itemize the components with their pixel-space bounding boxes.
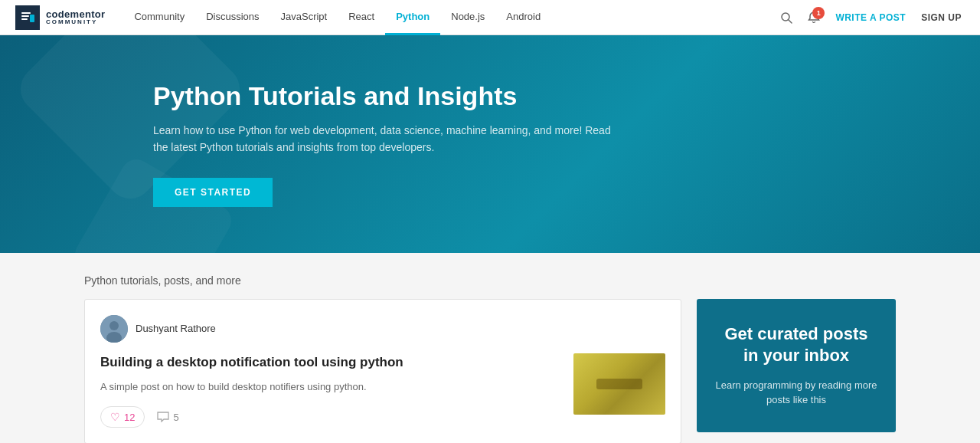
svg-line-6 bbox=[789, 20, 792, 23]
hero-description: Learn how to use Python for web developm… bbox=[153, 122, 628, 156]
notification-button[interactable]: 1 bbox=[805, 8, 823, 27]
post-author: Dushyant Rathore bbox=[100, 315, 665, 343]
svg-rect-4 bbox=[30, 15, 34, 22]
nav-item-community[interactable]: Community bbox=[123, 0, 195, 35]
hero-section: Python Tutorials and Insights Learn how … bbox=[0, 35, 980, 253]
navbar: codementor COMMUNITY Community Discussio… bbox=[0, 0, 980, 35]
sidebar-description: Learn programming by reading more posts … bbox=[715, 378, 877, 408]
heart-icon: ♡ bbox=[110, 411, 120, 423]
content-area: Python tutorials, posts, and more Dushya… bbox=[69, 253, 911, 443]
sidebar-title: Get curated posts in your inbox bbox=[715, 323, 877, 367]
svg-rect-1 bbox=[21, 12, 31, 14]
comment-icon bbox=[157, 412, 169, 422]
logo[interactable]: codementor COMMUNITY bbox=[15, 5, 105, 30]
nav-item-nodejs[interactable]: Node.js bbox=[440, 0, 495, 35]
section-label: Python tutorials, posts, and more bbox=[84, 274, 896, 287]
post-text: Building a desktop notification tool usi… bbox=[100, 353, 561, 428]
svg-point-8 bbox=[109, 321, 119, 330]
main-grid: Dushyant Rathore Building a desktop noti… bbox=[84, 299, 896, 443]
nav-item-javascript[interactable]: JavaScript bbox=[270, 0, 338, 35]
comment-number: 5 bbox=[173, 412, 178, 423]
nav-item-android[interactable]: Android bbox=[495, 0, 551, 35]
svg-rect-2 bbox=[21, 15, 29, 17]
logo-sub: COMMUNITY bbox=[46, 19, 105, 25]
avatar bbox=[100, 315, 128, 343]
search-icon bbox=[780, 11, 792, 24]
like-count: 12 bbox=[124, 412, 135, 423]
nav-links: Community Discussions JavaScript React P… bbox=[123, 0, 777, 34]
post-body: Building a desktop notification tool usi… bbox=[100, 353, 665, 428]
svg-rect-3 bbox=[21, 18, 28, 20]
write-post-button[interactable]: WRITE A POST bbox=[832, 12, 909, 23]
nav-item-react[interactable]: React bbox=[338, 0, 385, 35]
nav-item-python[interactable]: Python bbox=[385, 0, 440, 35]
search-button[interactable] bbox=[777, 8, 795, 27]
sidebar-card: Get curated posts in your inbox Learn pr… bbox=[697, 299, 896, 432]
post-excerpt: A simple post on how to build desktop no… bbox=[100, 379, 561, 395]
thumbnail-bar bbox=[596, 379, 642, 389]
like-button[interactable]: ♡ 12 bbox=[100, 406, 145, 428]
hero-title: Python Tutorials and Insights bbox=[153, 81, 980, 111]
nav-right: 1 WRITE A POST SIGN UP bbox=[777, 8, 965, 27]
notification-badge: 1 bbox=[812, 7, 825, 19]
comment-count: 5 bbox=[157, 412, 178, 423]
post-meta: ♡ 12 5 bbox=[100, 406, 561, 428]
author-name: Dushyant Rathore bbox=[136, 323, 216, 334]
logo-icon bbox=[15, 5, 40, 30]
post-thumbnail bbox=[573, 353, 665, 415]
nav-item-discussions[interactable]: Discussions bbox=[195, 0, 270, 35]
post-title[interactable]: Building a desktop notification tool usi… bbox=[100, 353, 561, 372]
post-card: Dushyant Rathore Building a desktop noti… bbox=[84, 299, 681, 443]
get-started-button[interactable]: GET STARTED bbox=[153, 178, 273, 207]
signup-button[interactable]: SIGN UP bbox=[918, 12, 965, 23]
